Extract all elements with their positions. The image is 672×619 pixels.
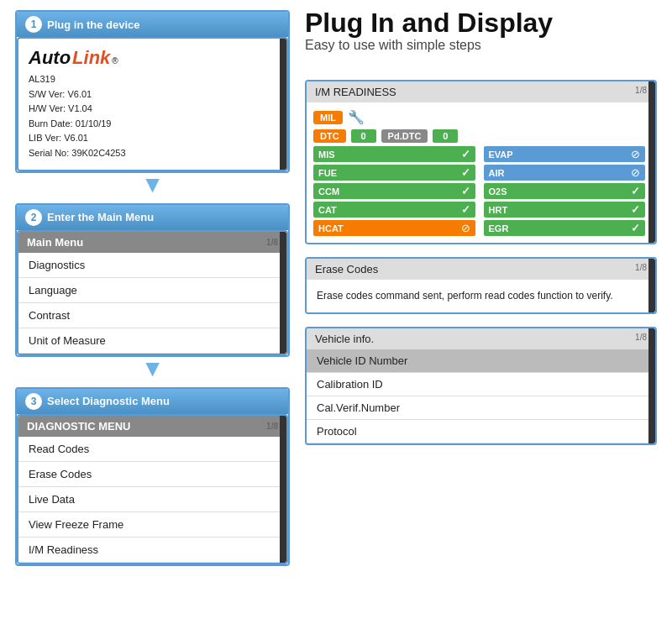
im-ccm-check: ✓ xyxy=(461,185,470,197)
main-title: Plug In and Display xyxy=(305,8,657,38)
logo-auto: Auto xyxy=(29,47,71,69)
im-o2s: O2S ✓ xyxy=(484,183,646,199)
erase-codes-title: Erase Codes xyxy=(315,263,378,275)
step-2-wrapper: 2 Enter the Main Menu Main Menu 1/8 Diag… xyxy=(15,203,290,380)
vinfo-item-cal-verif[interactable]: Cal.Verif.Number xyxy=(307,396,655,420)
im-air-label: AIR xyxy=(489,168,505,178)
step-1-header: 1 Plug in the device xyxy=(17,12,288,37)
im-fue: FUE ✓ xyxy=(313,165,475,181)
device-serial: Serial No: 39K02C4253 xyxy=(29,146,276,161)
menu-item-diagnostics[interactable]: Diagnostics xyxy=(18,253,286,278)
vinfo-item-vin[interactable]: Vehicle ID Number xyxy=(307,349,655,373)
im-cat: CAT ✓ xyxy=(313,202,475,218)
im-hrt-label: HRT xyxy=(489,205,508,215)
step-1-label: Plug in the device xyxy=(47,18,140,31)
vehicle-info-screen: Vehicle info. 1/8 Vehicle ID Number Cali… xyxy=(305,327,657,445)
step-2-number: 2 xyxy=(25,209,42,226)
im-readiness-title-bar: I/M READINESS 1/8 xyxy=(307,81,655,102)
im-fue-check: ✓ xyxy=(461,166,470,179)
device-burn: Burn Date: 01/10/19 xyxy=(29,117,276,132)
sub-title: Easy to use with simple steps xyxy=(305,38,657,53)
im-cat-label: CAT xyxy=(318,205,337,215)
main-menu-sidebar xyxy=(280,232,286,354)
im-ccm: CCM ✓ xyxy=(313,183,475,199)
erase-screen-sidebar xyxy=(648,259,655,312)
im-readiness-title: I/M READINESS xyxy=(315,86,396,98)
im-fue-label: FUE xyxy=(318,168,337,178)
im-egr-check: ✓ xyxy=(631,222,640,234)
im-hrt-check: ✓ xyxy=(631,203,640,216)
im-hrt: HRT ✓ xyxy=(484,202,646,218)
left-panel: 1 Plug in the device AutoLink® AL319 S/W… xyxy=(0,0,298,619)
im-evap: EVAP ⊘ xyxy=(484,146,646,162)
im-content: MIL 🔧 DTC 0 Pd.DTC 0 MIS xyxy=(307,102,655,243)
erase-codes-message: Erase codes command sent, perform read c… xyxy=(317,290,613,302)
diag-item-freeze-frame[interactable]: View Freeze Frame xyxy=(18,512,286,538)
device-model: AL319 xyxy=(29,72,276,87)
im-egr-label: EGR xyxy=(489,223,509,233)
erase-codes-title-bar: Erase Codes 1/8 xyxy=(307,259,655,280)
device-sidebar xyxy=(280,39,286,170)
im-o2s-label: O2S xyxy=(489,186,507,197)
im-mis-label: MIS xyxy=(318,150,335,160)
vehicle-info-title: Vehicle info. xyxy=(315,333,374,345)
vinfo-screen-sidebar xyxy=(648,328,655,443)
device-display: AutoLink® AL319 S/W Ver: V6.01 H/W Ver: … xyxy=(17,37,288,171)
im-readiness-page: 1/8 xyxy=(635,86,647,98)
step-1-box: 1 Plug in the device AutoLink® AL319 S/W… xyxy=(15,10,290,173)
step-3-header: 3 Select Diagnostic Menu xyxy=(17,389,288,414)
erase-codes-content: Erase codes command sent, perform read c… xyxy=(307,280,655,312)
im-hcat-no: ⊘ xyxy=(461,222,470,234)
diag-menu-sidebar xyxy=(280,416,286,563)
step-3-box: 3 Select Diagnostic Menu DIAGNOSTIC MENU… xyxy=(15,387,290,566)
step-2-label: Enter the Main Menu xyxy=(47,211,154,223)
main-menu-page: 1/8 xyxy=(266,238,278,247)
im-mis-check: ✓ xyxy=(461,148,470,160)
pd-dtc-badge: Pd.DTC xyxy=(381,129,428,143)
device-info: AL319 S/W Ver: V6.01 H/W Ver: V1.04 Burn… xyxy=(29,72,276,161)
erase-codes-page: 1/8 xyxy=(635,263,647,275)
im-mis: MIS ✓ xyxy=(313,146,475,162)
im-egr: EGR ✓ xyxy=(484,220,646,236)
vehicle-info-title-bar: Vehicle info. 1/8 xyxy=(307,328,655,349)
menu-item-unit-of-measure[interactable]: Unit of Measure xyxy=(18,328,286,354)
menu-item-contrast[interactable]: Contrast xyxy=(18,303,286,328)
diag-item-live-data[interactable]: Live Data xyxy=(18,487,286,512)
im-evap-label: EVAP xyxy=(489,150,513,160)
step-3-wrapper: 3 Select Diagnostic Menu DIAGNOSTIC MENU… xyxy=(15,387,290,566)
im-o2s-check: ✓ xyxy=(631,185,640,197)
diag-item-erase-codes[interactable]: Erase Codes xyxy=(18,462,286,487)
logo: AutoLink® xyxy=(29,47,276,69)
device-hw: H/W Ver: V1.04 xyxy=(29,102,276,117)
main-menu-screen: Main Menu 1/8 Diagnostics Language Contr… xyxy=(17,230,288,355)
arrow-1-2: ▼ xyxy=(15,173,290,197)
menu-item-language[interactable]: Language xyxy=(18,278,286,303)
step-2-header: 2 Enter the Main Menu xyxy=(17,205,288,230)
step-3-number: 3 xyxy=(25,393,42,410)
device-lib: LIB Ver: V6.01 xyxy=(29,131,276,146)
diag-menu-title-bar: DIAGNOSTIC MENU 1/8 xyxy=(18,416,286,437)
mil-badge: MIL xyxy=(313,111,343,124)
step-3-label: Select Diagnostic Menu xyxy=(47,395,170,407)
dtc-value: 0 xyxy=(351,129,376,143)
diag-menu-title: DIAGNOSTIC MENU xyxy=(27,420,131,433)
heading-area: Plug In and Display Easy to use with sim… xyxy=(305,8,657,66)
dtc-badge: DTC xyxy=(313,129,346,143)
engine-icon: 🔧 xyxy=(348,109,365,125)
im-hcat: HCAT ⊘ xyxy=(313,220,475,236)
dtc-row: DTC 0 Pd.DTC 0 xyxy=(313,129,645,143)
vinfo-item-cal-id[interactable]: Calibration ID xyxy=(307,373,655,396)
erase-codes-screen: Erase Codes 1/8 Erase codes command sent… xyxy=(305,257,657,314)
im-cat-check: ✓ xyxy=(461,203,470,216)
step-2-box: 2 Enter the Main Menu Main Menu 1/8 Diag… xyxy=(15,203,290,357)
im-ccm-label: CCM xyxy=(318,186,339,197)
right-screens: I/M READINESS 1/8 MIL 🔧 DTC 0 Pd.DTC 0 xyxy=(305,80,657,445)
step-1-wrapper: 1 Plug in the device AutoLink® AL319 S/W… xyxy=(15,10,290,197)
logo-link: Link xyxy=(72,47,110,69)
diag-item-read-codes[interactable]: Read Codes xyxy=(18,437,286,462)
diag-menu-page: 1/8 xyxy=(266,422,278,431)
vinfo-item-protocol[interactable]: Protocol xyxy=(307,420,655,443)
main-menu-title: Main Menu xyxy=(27,236,83,249)
diag-item-im-readiness[interactable]: I/M Readiness xyxy=(18,538,286,563)
vehicle-info-page: 1/8 xyxy=(635,333,647,345)
